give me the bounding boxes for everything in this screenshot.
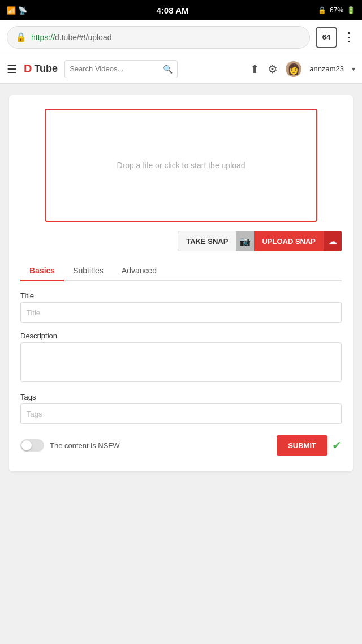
- upload-snap-cloud-icon[interactable]: ☁: [324, 231, 342, 251]
- submit-button[interactable]: SUBMIT: [277, 435, 327, 456]
- toggle-knob: [21, 440, 32, 450]
- nav-icons: ⬆ ⚙ 👩 annzam23 ▾: [250, 61, 355, 77]
- tab-advanced[interactable]: Advanced: [113, 261, 166, 281]
- url-green-part: https://: [31, 33, 55, 42]
- dtube-logo-d: D: [24, 62, 32, 75]
- upload-card: Drop a file or click to start the upload…: [9, 95, 353, 471]
- title-input[interactable]: [20, 302, 342, 323]
- submit-row: SUBMIT ✔: [277, 435, 342, 456]
- take-snap-button[interactable]: TAKE SNAP: [178, 231, 236, 251]
- take-snap-label: TAKE SNAP: [186, 237, 228, 246]
- tab-basics[interactable]: Basics: [20, 261, 64, 281]
- take-snap-camera-icon[interactable]: 📷: [236, 231, 254, 251]
- nsfw-row: The content is NSFW: [20, 439, 120, 452]
- nsfw-label: The content is NSFW: [50, 441, 120, 450]
- status-bar: 📶 📡 4:08 AM 🔒 67% 🔋: [0, 0, 362, 20]
- cloud-icon: ☁: [328, 236, 337, 247]
- tags-input[interactable]: [20, 403, 342, 424]
- tab-count-button[interactable]: 64: [316, 27, 337, 48]
- browser-menu-button[interactable]: ⋮: [343, 30, 355, 45]
- upload-nav-icon[interactable]: ⬆: [250, 62, 260, 76]
- lock-icon: 🔒: [318, 6, 326, 14]
- battery-percent: 67%: [330, 6, 343, 14]
- description-label: Description: [20, 332, 342, 340]
- avatar[interactable]: 👩: [286, 61, 301, 77]
- time-display: 4:08 AM: [157, 6, 189, 15]
- search-icon: 🔍: [163, 65, 173, 74]
- upload-snap-button[interactable]: UPLOAD SNAP: [254, 231, 324, 251]
- nsfw-toggle[interactable]: [20, 439, 44, 452]
- tab-subtitles[interactable]: Subtitles: [64, 261, 113, 281]
- drop-zone[interactable]: Drop a file or click to start the upload: [45, 109, 318, 222]
- url-text: https://d.tube/#!/upload: [31, 33, 111, 42]
- signal-area: 📶 📡: [7, 6, 27, 15]
- search-bar[interactable]: 🔍: [64, 60, 178, 78]
- lock-secure-icon: 🔒: [15, 32, 27, 42]
- tags-field-group: Tags: [20, 393, 342, 424]
- dtube-logo: DTube: [24, 62, 58, 75]
- dtube-logo-text: Tube: [34, 63, 58, 75]
- tags-label: Tags: [20, 393, 342, 401]
- check-icon: ✔: [332, 439, 342, 452]
- snap-row: TAKE SNAP 📷 UPLOAD SNAP ☁: [20, 231, 342, 251]
- nav-bar: ☰ DTube 🔍 ⬆ ⚙ 👩 annzam23 ▾: [0, 54, 362, 84]
- title-label: Title: [20, 291, 342, 300]
- wifi-icon: 📡: [18, 6, 27, 15]
- user-dropdown-arrow[interactable]: ▾: [352, 65, 355, 73]
- description-textarea[interactable]: [20, 342, 342, 382]
- battery-area: 🔒 67% 🔋: [318, 6, 355, 14]
- search-input[interactable]: [70, 65, 160, 73]
- tabs: Basics Subtitles Advanced: [20, 261, 342, 281]
- upload-snap-label: UPLOAD SNAP: [262, 237, 316, 246]
- camera-icon: 📷: [239, 236, 251, 247]
- title-field-group: Title: [20, 291, 342, 323]
- description-field-group: Description: [20, 332, 342, 384]
- bottom-row: The content is NSFW SUBMIT ✔: [20, 435, 342, 456]
- settings-icon[interactable]: ⚙: [268, 62, 278, 76]
- signal-icon: 📶: [7, 6, 16, 15]
- hamburger-menu-button[interactable]: ☰: [7, 62, 17, 76]
- battery-icon: 🔋: [347, 6, 355, 14]
- url-gray-part: d.tube/#!/upload: [55, 33, 111, 42]
- username-label: annzam23: [309, 65, 344, 73]
- url-bar[interactable]: 🔒 https://d.tube/#!/upload: [7, 26, 310, 49]
- drop-zone-text: Drop a file or click to start the upload: [117, 161, 245, 170]
- main-content: Drop a file or click to start the upload…: [0, 84, 362, 483]
- browser-bar: 🔒 https://d.tube/#!/upload 64 ⋮: [0, 20, 362, 54]
